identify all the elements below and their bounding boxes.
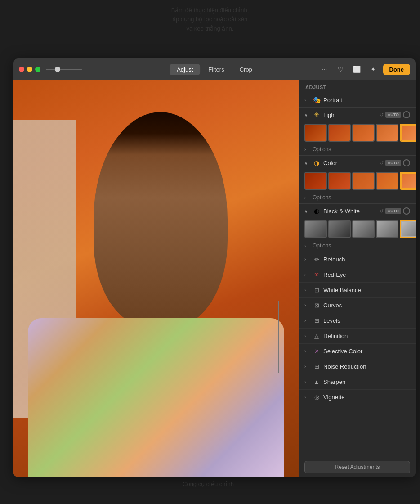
color-thumb-5[interactable] (400, 172, 416, 190)
content-area: ⬡ Portrait ☀ ⬡ ● ◎ ◎ Studio ADJUST (13, 80, 416, 477)
bottom-annotation: Công cụ điều chỉnh (0, 477, 420, 504)
tool-sharpen[interactable]: › ▲ Sharpen (299, 374, 416, 390)
done-button[interactable]: Done (383, 64, 411, 75)
bw-auto-badge[interactable]: AUTO (385, 208, 401, 214)
section-bw-header[interactable]: ∨ ◐ Black & White ↺ AUTO (299, 204, 416, 218)
definition-label: Definition (323, 333, 410, 339)
callout-line-vertical (278, 301, 279, 373)
tooltip-text: Bấm để thực hiện điều chỉnh, áp dụng bộ … (171, 6, 249, 34)
light-auto-badge[interactable]: AUTO (385, 112, 401, 118)
section-light-header[interactable]: ∨ ✳ Light ↺ AUTO (299, 108, 416, 122)
chevron-light: ∨ (304, 112, 310, 117)
photo-area: ⬡ Portrait ☀ ⬡ ● ◎ ◎ Studio (13, 80, 299, 477)
light-section-actions: ↺ AUTO (380, 111, 410, 118)
tool-redeye[interactable]: › 👁 Red-Eye (299, 267, 416, 283)
tool-selective-color[interactable]: › ✳ Selective Color (299, 344, 416, 359)
titlebar: Adjust Filters Crop ··· ♡ ⬜ ✦ Done (13, 58, 416, 80)
face (94, 112, 228, 326)
titlebar-actions: ··· ♡ ⬜ ✦ Done (318, 63, 411, 76)
bw-thumb-3[interactable] (352, 220, 375, 238)
tab-group: Adjust Filters Crop (170, 64, 259, 75)
tool-whitebalance[interactable]: › ⊡ White Balance (299, 283, 416, 298)
whitebalance-label: White Balance (323, 287, 410, 293)
color-thumb-4[interactable] (376, 172, 398, 190)
bw-section-actions: ↺ AUTO (380, 207, 410, 215)
color-toggle[interactable] (403, 159, 410, 166)
light-thumb-strip (299, 122, 416, 145)
color-undo-icon[interactable]: ↺ (380, 160, 384, 166)
color-auto-badge[interactable]: AUTO (385, 160, 401, 166)
brightness-slider[interactable] (46, 69, 82, 70)
tab-adjust[interactable]: Adjust (170, 64, 200, 75)
shirt (28, 318, 285, 477)
retouch-label: Retouch (323, 256, 410, 263)
minimize-button[interactable] (27, 67, 32, 72)
favorite-button[interactable]: ♡ (335, 63, 347, 76)
close-button[interactable] (19, 67, 24, 72)
light-thumb-4[interactable] (376, 124, 398, 142)
light-options-label: Options (313, 146, 331, 153)
definition-icon: △ (313, 333, 321, 339)
curves-icon: ⊠ (313, 302, 321, 309)
tool-noise-reduction[interactable]: › ⊞ Noise Reduction (299, 359, 416, 374)
panel-scroll[interactable]: › 🎭 Portrait ∨ ✳ Light ↺ AUTO (299, 93, 416, 457)
light-options-chevron: › (304, 147, 310, 152)
tooltip-area: Bấm để thực hiện điều chỉnh, áp dụng bộ … (0, 0, 420, 58)
section-portrait-header[interactable]: › 🎭 Portrait (299, 93, 416, 107)
definition-chevron: › (304, 333, 310, 338)
bw-undo-icon[interactable]: ↺ (380, 208, 384, 214)
bw-options-row[interactable]: › Options (299, 242, 416, 252)
magic-wand-button[interactable]: ✦ (367, 63, 380, 76)
color-thumb-2[interactable] (328, 172, 351, 190)
chevron-portrait: › (304, 98, 310, 103)
portrait-section-icon: 🎭 (313, 96, 321, 104)
bw-thumb-2[interactable] (328, 220, 351, 238)
bw-section-label: Black & White (323, 208, 377, 215)
color-options-label: Options (313, 194, 331, 201)
bw-thumb-4[interactable] (376, 220, 398, 238)
bw-toggle[interactable] (403, 207, 410, 215)
maximize-button[interactable] (35, 67, 40, 72)
bw-options-label: Options (313, 243, 331, 249)
bw-thumb-1[interactable] (304, 220, 327, 238)
color-options-row[interactable]: › Options (299, 194, 416, 203)
right-panel: ADJUST › 🎭 Portrait ∨ ✳ Light (299, 80, 416, 477)
bw-section-icon: ◐ (313, 207, 321, 215)
tab-crop[interactable]: Crop (232, 64, 259, 75)
noise-reduction-chevron: › (304, 364, 310, 369)
light-thumb-2[interactable] (328, 124, 351, 142)
whitebalance-chevron: › (304, 288, 310, 292)
portrait-photo (13, 80, 299, 477)
reset-adjustments-button[interactable]: Reset Adjustments (304, 461, 410, 473)
color-options-chevron: › (304, 195, 310, 200)
light-thumb-1[interactable] (304, 124, 327, 142)
tool-retouch[interactable]: › ✏ Retouch (299, 252, 416, 267)
tool-levels[interactable]: › ⊟ Levels (299, 313, 416, 328)
share-button[interactable]: ⬜ (351, 63, 363, 76)
light-thumb-5[interactable] (400, 124, 416, 142)
tooltip-line (210, 34, 210, 52)
light-toggle[interactable] (403, 111, 410, 118)
light-thumb-3[interactable] (352, 124, 375, 142)
tab-filters[interactable]: Filters (201, 64, 231, 75)
redeye-label: Red-Eye (323, 271, 410, 278)
color-thumb-1[interactable] (304, 172, 327, 190)
chevron-bw: ∨ (304, 209, 310, 214)
levels-label: Levels (323, 317, 410, 324)
tool-curves[interactable]: › ⊠ Curves (299, 298, 416, 313)
light-section-label: Light (323, 112, 377, 118)
tool-vignette[interactable]: › ◎ Vignette (299, 390, 416, 405)
tool-definition[interactable]: › △ Definition (299, 328, 416, 344)
color-thumb-3[interactable] (352, 172, 375, 190)
levels-chevron: › (304, 318, 310, 323)
section-color: ∨ ◑ Color ↺ AUTO (299, 156, 416, 204)
light-options-row[interactable]: › Options (299, 145, 416, 155)
bw-thumb-5[interactable] (400, 220, 416, 238)
redeye-icon: 👁 (313, 271, 321, 278)
light-undo-icon[interactable]: ↺ (380, 112, 384, 118)
section-color-header[interactable]: ∨ ◑ Color ↺ AUTO (299, 156, 416, 170)
color-section-icon: ◑ (313, 159, 321, 166)
color-section-label: Color (323, 160, 377, 166)
selective-color-chevron: › (304, 349, 310, 354)
more-options-button[interactable]: ··· (318, 63, 331, 76)
